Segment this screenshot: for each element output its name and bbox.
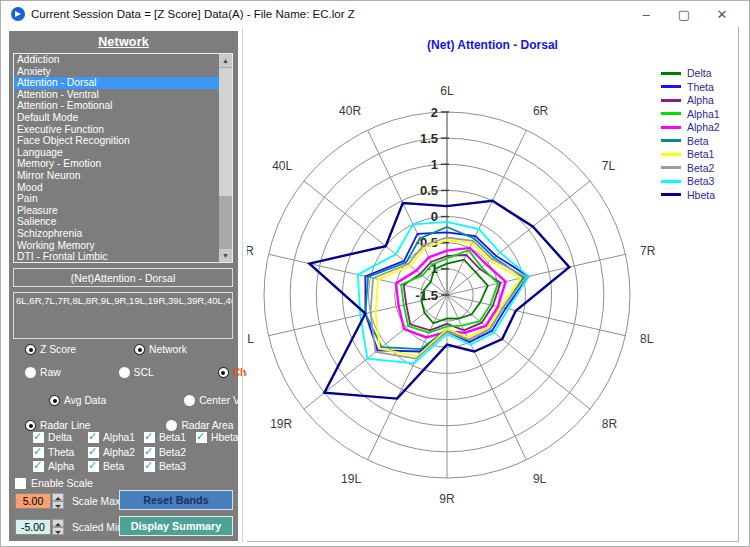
list-item[interactable]: Default Mode xyxy=(14,112,219,124)
stepper-down-icon[interactable] xyxy=(52,527,64,535)
list-item[interactable]: Pain xyxy=(14,193,219,205)
list-item[interactable]: Attention - Ventral xyxy=(14,89,219,101)
svg-text:40L: 40L xyxy=(272,159,292,173)
radio-network[interactable]: Network xyxy=(134,344,187,355)
list-item[interactable]: Memory - Emotion xyxy=(14,158,219,170)
svg-text:40R: 40R xyxy=(339,104,361,118)
scaled-min-input[interactable]: -5.00 xyxy=(15,519,51,535)
checkbox-row: AlphaBetaBeta3 xyxy=(33,461,196,472)
radio-z-score[interactable]: Z Score xyxy=(25,344,76,355)
svg-text:8L: 8L xyxy=(640,332,654,346)
list-item[interactable]: Working Memory xyxy=(14,240,219,252)
reset-bands-button[interactable]: Reset Bands xyxy=(119,490,233,510)
radio-label: Radar Line xyxy=(40,420,90,431)
radio-circle-icon[interactable] xyxy=(134,344,145,355)
checkbox-hbeta[interactable]: Hbeta xyxy=(196,432,246,443)
list-item[interactable]: Attention - Dorsal xyxy=(14,77,219,89)
title-bar: Current Session Data = [Z Score] Data(A)… xyxy=(1,1,749,27)
svg-text:1.5: 1.5 xyxy=(420,131,438,146)
checkbox-alpha2[interactable]: Alpha2 xyxy=(88,447,144,458)
checkbox-box-icon[interactable] xyxy=(196,432,207,443)
checkbox-delta[interactable]: Delta xyxy=(33,432,88,443)
list-item[interactable]: Salience xyxy=(14,216,219,228)
stepper-up-icon[interactable] xyxy=(52,519,64,527)
checkbox-label: Theta xyxy=(48,447,74,458)
list-item[interactable]: Face Object Recognition xyxy=(14,135,219,147)
svg-text:19L: 19L xyxy=(341,472,361,486)
checkbox-box-icon[interactable] xyxy=(88,461,99,472)
checkbox-box-icon[interactable] xyxy=(144,447,155,458)
radio-label: Radar Area xyxy=(181,420,233,431)
svg-text:19R: 19R xyxy=(270,417,292,431)
checkbox-theta[interactable]: Theta xyxy=(33,447,88,458)
maximize-button[interactable]: ▢ xyxy=(665,1,703,27)
checkbox-box-icon[interactable] xyxy=(144,432,155,443)
checkbox-label: Alpha xyxy=(48,461,74,472)
radio-circle-icon[interactable] xyxy=(49,395,60,406)
list-item[interactable]: Pleasure xyxy=(14,205,219,217)
list-scrollbar[interactable]: ▲ ▼ xyxy=(219,54,232,262)
checkbox-box-icon[interactable] xyxy=(33,461,44,472)
checkbox-beta1[interactable]: Beta1 xyxy=(144,432,196,443)
radio-raw[interactable]: Raw xyxy=(25,367,61,378)
list-item[interactable]: Attention - Emotional xyxy=(14,100,219,112)
enable-scale-row[interactable]: Enable Scale xyxy=(15,477,93,489)
svg-text:39L: 39L xyxy=(247,332,254,346)
list-item[interactable]: Anxiety xyxy=(14,66,219,78)
scroll-down-icon[interactable]: ▼ xyxy=(219,249,232,262)
radio-circle-icon[interactable] xyxy=(119,367,130,378)
radio-avg-data[interactable]: Avg Data xyxy=(49,395,106,406)
list-item[interactable]: Language xyxy=(14,147,219,159)
checkbox-beta2[interactable]: Beta2 xyxy=(144,447,196,458)
scroll-up-icon[interactable]: ▲ xyxy=(219,54,232,67)
checkbox-box-icon[interactable] xyxy=(88,432,99,443)
checkbox-box-icon[interactable] xyxy=(88,447,99,458)
svg-text:6R: 6R xyxy=(533,104,549,118)
checkbox-label: Alpha1 xyxy=(103,432,135,443)
channels-textbox[interactable]: 6L,6R,7L,7R,8L,8R,9L,9R,19L,19R,39L,39R,… xyxy=(13,292,233,339)
enable-scale-checkbox[interactable] xyxy=(15,478,26,489)
legend-label: Theta xyxy=(687,81,714,93)
checkbox-beta3[interactable]: Beta3 xyxy=(144,461,196,472)
checkbox-box-icon[interactable] xyxy=(33,447,44,458)
radio-circle-icon[interactable] xyxy=(218,367,229,378)
checkbox-box-icon[interactable] xyxy=(144,461,155,472)
svg-text:0.5: 0.5 xyxy=(420,183,438,198)
scale-max-stepper xyxy=(52,493,64,509)
selected-network-label: (Net)Attention - Dorsal xyxy=(13,268,233,287)
scroll-thumb[interactable] xyxy=(219,68,232,196)
legend-swatch-icon xyxy=(661,126,681,129)
radio-circle-icon[interactable] xyxy=(166,420,177,431)
radio-circle-icon[interactable] xyxy=(25,344,36,355)
network-listbox[interactable]: AddictionAnxietyAttention - DorsalAttent… xyxy=(13,53,233,263)
minimize-button[interactable]: – xyxy=(627,1,665,27)
svg-text:2: 2 xyxy=(431,105,438,120)
list-item[interactable]: Addiction xyxy=(14,54,219,66)
legend-label: Beta3 xyxy=(687,175,714,187)
list-item[interactable]: DTI - Frontal Limbic xyxy=(14,251,219,263)
list-item[interactable]: Schizophrenia xyxy=(14,228,219,240)
list-item[interactable]: Mirror Neuron xyxy=(14,170,219,182)
display-summary-button[interactable]: Display Summary xyxy=(119,516,233,536)
close-button[interactable]: ✕ xyxy=(703,1,741,27)
list-item[interactable]: Executive Function xyxy=(14,124,219,136)
radio-circle-icon[interactable] xyxy=(25,367,36,378)
svg-text:7L: 7L xyxy=(602,159,616,173)
radio-circle-icon[interactable] xyxy=(184,395,195,406)
radio-scl[interactable]: SCL xyxy=(119,367,154,378)
stepper-down-icon[interactable] xyxy=(52,501,64,509)
checkbox-box-icon[interactable] xyxy=(33,432,44,443)
checkbox-beta[interactable]: Beta xyxy=(88,461,144,472)
legend-label: Hbeta xyxy=(687,189,715,201)
legend-entry: Alpha2 xyxy=(661,121,720,133)
legend-entry: Delta xyxy=(661,67,720,79)
panel-splitter[interactable] xyxy=(242,27,243,542)
legend-label: Alpha xyxy=(687,94,714,106)
checkbox-alpha1[interactable]: Alpha1 xyxy=(88,432,144,443)
scale-max-input[interactable]: 5.00 xyxy=(15,493,51,509)
scale-max-label: Scale Max xyxy=(72,496,120,507)
stepper-up-icon[interactable] xyxy=(52,493,64,501)
window-title: Current Session Data = [Z Score] Data(A)… xyxy=(31,8,355,20)
checkbox-alpha[interactable]: Alpha xyxy=(33,461,88,472)
list-item[interactable]: Mood xyxy=(14,182,219,194)
